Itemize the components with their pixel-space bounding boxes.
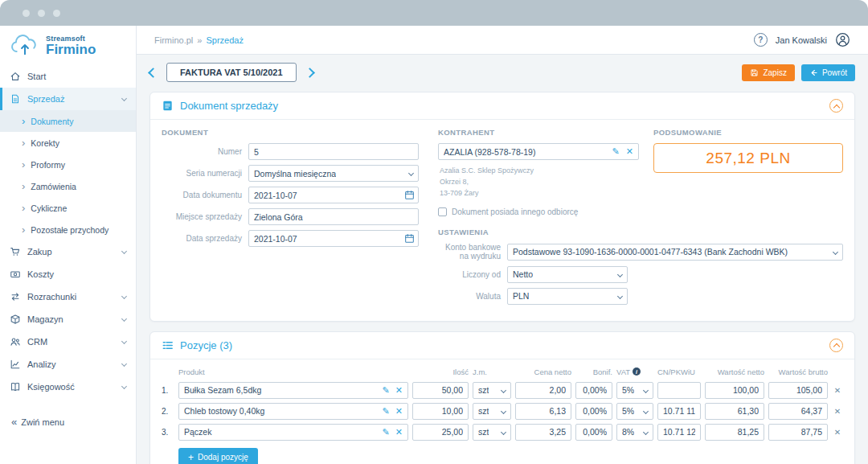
cena-netto-input[interactable] [515,382,571,399]
remove-row-icon[interactable]: ✕ [832,386,843,395]
sidebar-subitem-pozostale-przychody[interactable]: › Pozostałe przychody [0,219,136,240]
chevron-right-icon: › [22,224,25,235]
other-recipient-checkbox-row[interactable]: Dokument posiada innego odbiorcę [438,207,639,216]
wartosc-netto-input[interactable] [705,382,764,399]
sidebar-subitem-korekty[interactable]: › Korekty [0,132,136,154]
jm-select[interactable]: szt [473,382,511,399]
vat-select[interactable]: 5% [616,382,653,399]
konto-label: Konto bankowe na wydruku [438,243,501,261]
data-sprzedazy-input[interactable] [248,230,419,247]
breadcrumb-current[interactable]: Sprzedaż [206,35,243,45]
sidebar-subitem-proformy[interactable]: › Proformy [0,154,136,175]
jm-select[interactable]: szt [473,424,511,441]
vat-select[interactable]: 5% [616,403,653,420]
sidebar-subitem-cykliczne[interactable]: › Cykliczne [0,197,136,219]
add-position-button[interactable]: + Dodaj pozycję [178,448,258,464]
save-disk-icon [750,68,759,77]
jm-select[interactable]: szt [473,403,511,420]
checkbox[interactable] [438,207,447,216]
help-icon[interactable]: ? [754,33,768,47]
chevron-down-icon [408,170,414,176]
sidebar-item-label: Sprzedaż [27,94,64,104]
sidebar-item-rozrachunki[interactable]: Rozrachunki [0,285,136,308]
wartosc-netto-input[interactable] [705,403,764,420]
clear-product-icon[interactable]: ✕ [395,428,403,437]
col-vat: VATi [616,368,653,376]
document-title-button[interactable]: FAKTURA VAT 5/10/2021 [166,63,297,82]
pozycje-section: Pozycje (3) Produkt Ilość J.m. Cena nett… [149,331,855,464]
cn-pkwiu-input[interactable] [657,403,701,420]
miejsce-input[interactable] [248,208,419,225]
calendar-icon[interactable] [404,233,415,244]
kontrahent-column: KONTRAHENT AZALIA (928-578-78-19) ✎ ✕ Az… [438,128,639,216]
vat-select[interactable]: 8% [616,424,653,441]
document-toolbar: FAKTURA VAT 5/10/2021 Zapisz Powrót [149,63,855,82]
clear-product-icon[interactable]: ✕ [395,386,403,395]
ilosc-input[interactable] [412,403,469,420]
sidebar-item-start[interactable]: Start [0,65,136,88]
numer-label: Numer [162,147,242,157]
chevron-down-icon [121,360,127,366]
cena-netto-input[interactable] [515,424,571,441]
wartosc-netto-input[interactable] [705,424,764,441]
calendar-icon[interactable] [404,190,415,200]
sidebar-item-crm[interactable]: CRM [0,331,136,353]
cn-pkwiu-input[interactable] [657,424,701,441]
user-avatar-icon[interactable] [835,32,850,47]
info-icon[interactable]: i [633,368,641,376]
back-button[interactable]: Powrót [801,64,855,81]
breadcrumb-root[interactable]: Firmino.pl [154,35,193,45]
sidebar-item-magazyn[interactable]: Magazyn [0,308,136,331]
sidebar-subitem-dokumenty[interactable]: › Dokumenty [0,110,136,132]
product-field[interactable]: Pączek ✎ ✕ [178,424,408,441]
collapse-section-icon[interactable] [829,339,843,352]
product-field[interactable]: Bułka Sezam 6,5dkg ✎ ✕ [178,382,408,399]
collapse-menu-button[interactable]: « Zwiń menu [0,409,136,434]
konto-bankowe-select[interactable]: Podstawowe 93-1090-1636-0000-0001-0477-6… [507,244,843,261]
previous-document-icon[interactable] [148,68,158,78]
seria-select[interactable]: Domyślna miesięczna [248,165,419,182]
sidebar-subitem-zamowienia[interactable]: › Zamówienia [0,175,136,197]
clear-kontrahent-icon[interactable]: ✕ [626,147,633,156]
collapse-section-icon[interactable] [829,99,843,113]
save-button[interactable]: Zapisz [742,64,794,81]
waluta-select[interactable]: PLN [507,288,628,305]
edit-kontrahent-icon[interactable]: ✎ [612,147,620,156]
kontrahent-field[interactable]: AZALIA (928-578-78-19) ✎ ✕ [438,143,639,160]
window-control-dot[interactable] [38,10,45,17]
clear-product-icon[interactable]: ✕ [395,407,403,416]
liczony-od-select[interactable]: Netto [507,266,628,283]
sidebar-item-koszty[interactable]: Koszty [0,263,136,285]
window-control-dot[interactable] [53,10,60,17]
wartosc-brutto-input[interactable] [768,382,828,399]
window-control-dot[interactable] [23,10,30,17]
remove-row-icon[interactable]: ✕ [832,407,843,416]
ilosc-input[interactable] [412,424,469,441]
brand-logo[interactable]: Streamsoft Firmino [0,26,136,62]
sidebar-item-ksiegowosc[interactable]: Księgowość [0,376,136,398]
wartosc-brutto-input[interactable] [768,424,828,441]
edit-product-icon[interactable]: ✎ [383,407,390,416]
sidebar-item-sprzedaz[interactable]: Sprzedaż [0,88,136,110]
wartosc-brutto-input[interactable] [768,403,828,420]
product-field[interactable]: Chleb tostowy 0,40kg ✎ ✕ [178,403,408,420]
data-dokumentu-input[interactable] [248,187,419,203]
edit-product-icon[interactable]: ✎ [383,428,390,437]
sidebar-item-label: Rozrachunki [27,292,76,302]
ilosc-input[interactable] [412,382,469,399]
numer-input[interactable] [248,143,419,160]
next-document-icon[interactable] [305,68,315,78]
bonif-input[interactable] [575,424,612,441]
sidebar-item-label: Zakup [27,247,52,257]
cn-pkwiu-input[interactable] [657,382,701,399]
edit-product-icon[interactable]: ✎ [383,386,390,395]
sidebar-item-zakup[interactable]: Zakup [0,240,136,263]
bonif-input[interactable] [575,382,612,399]
remove-row-icon[interactable]: ✕ [832,428,843,437]
chevron-right-icon: › [22,203,25,213]
ustawienia-heading: USTAWIENIA [438,228,843,236]
cena-netto-input[interactable] [515,403,571,420]
bonif-input[interactable] [575,403,612,420]
sidebar-item-analizy[interactable]: Analizy [0,353,136,376]
sidebar-subitem-label: Cykliczne [31,203,67,213]
